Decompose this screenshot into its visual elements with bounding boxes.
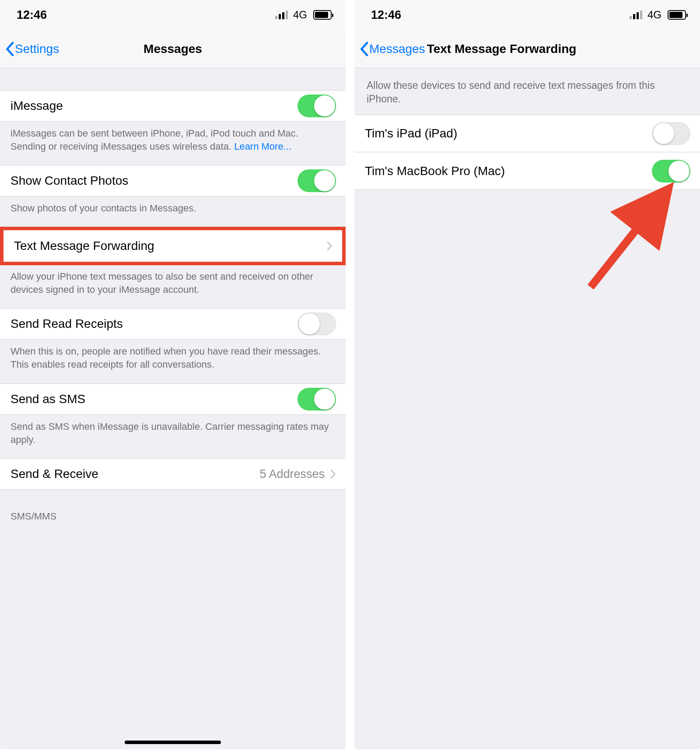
text-forwarding-label: Text Message Forwarding bbox=[14, 239, 326, 253]
status-right: 4G bbox=[630, 9, 686, 21]
content-right: Allow these devices to send and receive … bbox=[354, 68, 700, 190]
network-label: 4G bbox=[648, 9, 662, 21]
back-button[interactable]: Settings bbox=[5, 42, 59, 56]
battery-icon bbox=[668, 10, 686, 20]
nav-bar: Messages Text Message Forwarding bbox=[354, 30, 700, 68]
imessage-row[interactable]: iMessage bbox=[0, 90, 346, 122]
device-ipad-row[interactable]: Tim's iPad (iPad) bbox=[354, 115, 700, 152]
send-receive-label: Send & Receive bbox=[10, 467, 259, 481]
phone-right: 12:46 4G Messages Text Message Forwardi bbox=[354, 0, 700, 749]
chevron-left-icon bbox=[5, 42, 14, 56]
status-right: 4G bbox=[275, 9, 332, 21]
status-bar: 12:46 4G bbox=[0, 0, 346, 30]
contact-photos-footer: Show photos of your contacts in Messages… bbox=[0, 197, 346, 227]
svg-line-0 bbox=[591, 194, 664, 287]
chevron-right-icon bbox=[326, 241, 332, 251]
device-mac-row[interactable]: Tim's MacBook Pro (Mac) bbox=[354, 152, 700, 190]
network-label: 4G bbox=[293, 9, 307, 21]
contact-photos-toggle[interactable] bbox=[298, 169, 336, 192]
status-time: 12:46 bbox=[17, 8, 47, 22]
status-bar: 12:46 4G bbox=[354, 0, 700, 30]
device-ipad-toggle[interactable] bbox=[652, 122, 690, 145]
contact-photos-row[interactable]: Show Contact Photos bbox=[0, 165, 346, 197]
chevron-left-icon bbox=[360, 42, 368, 56]
home-indicator bbox=[125, 741, 221, 744]
read-receipts-footer: When this is on, people are notified whe… bbox=[0, 340, 346, 383]
signal-icon bbox=[275, 11, 288, 19]
screenshot-canvas: 12:46 4G Settings Messages bbox=[0, 0, 700, 755]
send-sms-label: Send as SMS bbox=[10, 392, 298, 406]
content-left: iMessage iMessages can be sent between i… bbox=[0, 68, 346, 527]
send-receive-value: 5 Addresses bbox=[259, 467, 325, 481]
forwarding-help-text: Allow these devices to send and receive … bbox=[354, 68, 700, 115]
arrow-annotation-icon bbox=[560, 173, 691, 305]
read-receipts-toggle[interactable] bbox=[298, 313, 336, 335]
sms-mms-header: SMS/MMS bbox=[0, 490, 346, 527]
nav-bar: Settings Messages bbox=[0, 30, 346, 68]
nav-title: Text Message Forwarding bbox=[427, 42, 577, 56]
send-sms-toggle[interactable] bbox=[298, 388, 336, 411]
imessage-footer: iMessages can be sent between iPhone, iP… bbox=[0, 122, 346, 165]
phone-left: 12:46 4G Settings Messages bbox=[0, 0, 346, 749]
read-receipts-row[interactable]: Send Read Receipts bbox=[0, 308, 346, 340]
read-receipts-label: Send Read Receipts bbox=[10, 317, 298, 331]
learn-more-link[interactable]: Learn More... bbox=[234, 141, 291, 152]
chevron-right-icon bbox=[330, 469, 336, 479]
imessage-toggle[interactable] bbox=[298, 95, 336, 117]
highlight-forwarding: Text Message Forwarding bbox=[0, 227, 346, 265]
signal-icon bbox=[630, 11, 642, 19]
text-forwarding-footer: Allow your iPhone text messages to also … bbox=[0, 265, 346, 308]
battery-icon bbox=[313, 10, 332, 20]
imessage-label: iMessage bbox=[10, 99, 298, 113]
send-sms-row[interactable]: Send as SMS bbox=[0, 383, 346, 415]
send-sms-footer: Send as SMS when iMessage is unavailable… bbox=[0, 415, 346, 458]
device-ipad-label: Tim's iPad (iPad) bbox=[365, 126, 652, 140]
status-time: 12:46 bbox=[371, 8, 401, 22]
text-forwarding-row[interactable]: Text Message Forwarding bbox=[4, 230, 342, 262]
device-mac-label: Tim's MacBook Pro (Mac) bbox=[365, 164, 652, 178]
send-receive-row[interactable]: Send & Receive 5 Addresses bbox=[0, 458, 346, 490]
back-label: Settings bbox=[15, 42, 59, 56]
back-button[interactable]: Messages bbox=[360, 42, 425, 56]
back-label: Messages bbox=[369, 42, 425, 56]
contact-photos-label: Show Contact Photos bbox=[10, 174, 298, 188]
device-mac-toggle[interactable] bbox=[652, 160, 690, 183]
